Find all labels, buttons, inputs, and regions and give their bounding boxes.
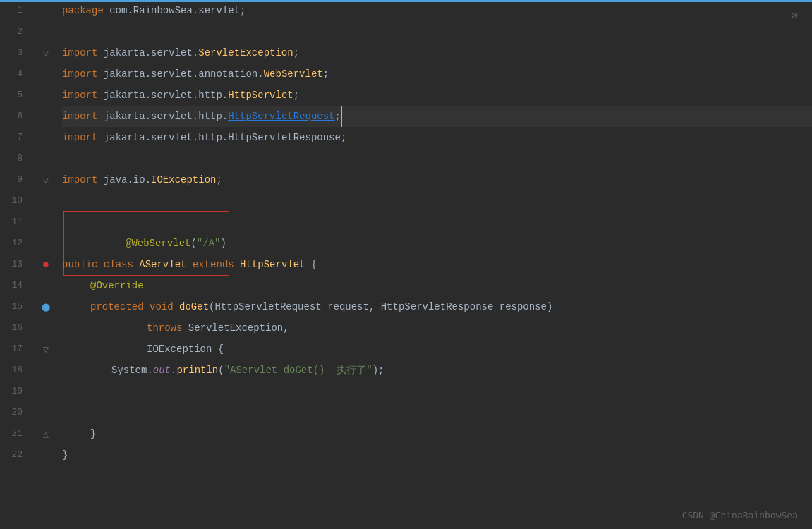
line-numbers: 1 2 3 4 5 6 7 8 9 10 11 12 13 14 15 16 1… <box>0 0 35 529</box>
ln-7: 7 <box>7 127 28 148</box>
gutter-17: ▽ <box>35 339 56 360</box>
code-lines: package com.RainbowSea.servlet; import j… <box>55 0 812 529</box>
code-line-16: throws ServletException, <box>62 317 812 339</box>
ln-19: 19 <box>7 381 28 402</box>
gutter-9: ▽ <box>35 169 56 190</box>
code-line-9: import java.io.IOException; <box>62 169 812 190</box>
ln-6: 6 <box>7 106 28 127</box>
ln-20: 20 <box>7 402 28 423</box>
gutter-11 <box>35 212 56 233</box>
ln-5: 5 <box>7 85 28 106</box>
ln-9: 9 <box>7 169 28 190</box>
gutter-15[interactable]: ⬤ <box>35 296 56 317</box>
code-line-18: System.out.println("AServlet doGet() 执行了… <box>62 360 812 381</box>
ln-21: 21 <box>7 423 28 444</box>
code-line-1: package com.RainbowSea.servlet; <box>62 0 812 21</box>
gutter-column: ▽ ▽ ● ⬤ ▽ <box>35 0 55 529</box>
code-line-20 <box>62 402 812 423</box>
ln-14: 14 <box>7 275 28 296</box>
ln-22: 22 <box>7 444 28 466</box>
gutter-16 <box>35 317 56 339</box>
gutter-22 <box>35 444 56 466</box>
gutter-5 <box>35 85 56 106</box>
gutter-8 <box>35 148 56 169</box>
code-line-21: } <box>62 423 812 444</box>
fold-icon-9[interactable]: ▽ <box>43 174 49 186</box>
ln-4: 4 <box>7 63 28 85</box>
code-line-3: import jakarta.servlet.ServletException; <box>62 42 812 63</box>
gutter-3: ▽ <box>35 42 56 63</box>
ln-15: 15 <box>7 296 28 317</box>
gutter-21: △ <box>35 423 56 444</box>
code-line-5: import jakarta.servlet.http.HttpServlet; <box>62 85 812 106</box>
run-icon: ⬤ <box>42 303 50 312</box>
gutter-19 <box>35 381 56 402</box>
gutter-7 <box>35 127 56 148</box>
code-line-10 <box>62 190 812 212</box>
gutter-20 <box>35 402 56 423</box>
breakpoint-icon: ● <box>42 258 50 271</box>
gutter-2 <box>35 21 56 42</box>
ln-18: 18 <box>7 360 28 381</box>
fold-icon-3[interactable]: ▽ <box>43 47 49 59</box>
code-area: 1 2 3 4 5 6 7 8 9 10 11 12 13 14 15 16 1… <box>0 0 812 529</box>
ln-8: 8 <box>7 148 28 169</box>
ln-17: 17 <box>7 339 28 360</box>
gutter-1 <box>35 0 56 21</box>
ln-2: 2 <box>7 21 28 42</box>
code-line-19 <box>62 381 812 402</box>
ln-11: 11 <box>7 212 28 233</box>
watermark: CSDN @ChinaRainbowSea <box>682 510 798 521</box>
code-line-13: public class AServlet extends HttpServle… <box>62 254 812 275</box>
code-line-15: protected void doGet(HttpServletRequest … <box>62 296 812 317</box>
ln-10: 10 <box>7 190 28 212</box>
fold-icon-21[interactable]: △ <box>43 428 49 440</box>
gutter-18 <box>35 360 56 381</box>
gutter-12 <box>35 233 56 254</box>
code-line-17: IOException { <box>62 339 812 360</box>
code-editor: ⊘ 1 2 3 4 5 6 7 8 9 10 11 12 13 14 15 16… <box>0 0 812 529</box>
ln-1: 1 <box>7 0 28 21</box>
code-line-6: import jakarta.servlet.http.HttpServletR… <box>62 106 812 127</box>
code-line-22: } <box>62 444 812 466</box>
fold-icon-17[interactable]: ▽ <box>43 343 49 355</box>
gutter-4 <box>35 63 56 85</box>
code-line-14: @Override <box>62 275 812 296</box>
code-line-2 <box>62 21 812 42</box>
ln-12: 12 <box>7 233 28 254</box>
code-line-12: @WebServlet("/A") <box>62 233 812 254</box>
gutter-14 <box>35 275 56 296</box>
code-line-7: import jakarta.servlet.http.HttpServletR… <box>62 127 812 148</box>
ln-13: 13 <box>7 254 28 275</box>
ln-16: 16 <box>7 317 28 339</box>
gutter-13[interactable]: ● <box>35 254 56 275</box>
code-line-4: import jakarta.servlet.annotation.WebSer… <box>62 63 812 85</box>
code-line-8 <box>62 148 812 169</box>
gutter-6 <box>35 106 56 127</box>
gutter-10 <box>35 190 56 212</box>
ln-3: 3 <box>7 42 28 63</box>
